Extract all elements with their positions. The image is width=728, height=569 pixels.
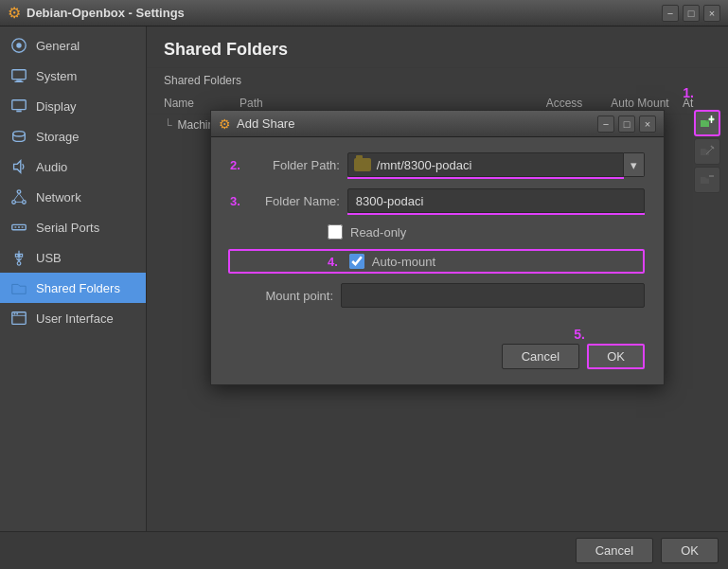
sidebar-item-serial-ports[interactable]: Serial Ports	[0, 212, 146, 242]
svg-point-19	[17, 262, 21, 266]
usb-icon	[9, 248, 28, 267]
bottom-bar: Cancel OK	[0, 531, 728, 569]
dialog-title-left: ⚙ Add Share	[219, 116, 294, 132]
svg-point-7	[13, 132, 26, 136]
readonly-row: Read-only	[230, 224, 645, 240]
folder-path-dropdown-button[interactable]: ▾	[624, 152, 645, 177]
dialog-overlay: ⚙ Add Share − □ × 2. Folder Path:	[147, 53, 728, 493]
folder-path-display[interactable]: /mnt/8300-podaci	[347, 152, 624, 177]
folder-name-row: 3. Folder Name:	[230, 188, 645, 213]
mount-point-label: Mount point:	[243, 289, 333, 303]
sidebar-item-shared-folders-label: Shared Folders	[36, 281, 120, 295]
step1-annotation: 1.	[683, 85, 694, 100]
ok-button-wrapper: 5. OK	[587, 344, 645, 369]
sidebar-item-usb-label: USB	[36, 251, 62, 265]
sidebar-item-user-interface[interactable]: User Interface	[0, 303, 146, 333]
folder-path-wrapper: /mnt/8300-podaci ▾	[347, 152, 645, 177]
title-bar-buttons: − □ ×	[662, 5, 720, 22]
folder-path-row: 2. Folder Path: /mnt/8300-podaci ▾	[230, 152, 645, 177]
sidebar-item-general[interactable]: General	[0, 30, 146, 61]
svg-rect-2	[12, 70, 26, 80]
folder-name-input[interactable]	[347, 188, 645, 213]
sidebar-item-display-label: Display	[36, 99, 77, 114]
title-bar: ⚙ Debian-Openbox - Settings − □ ×	[0, 0, 728, 27]
svg-point-9	[17, 190, 21, 194]
svg-point-1	[16, 43, 21, 47]
sidebar-item-system[interactable]: System	[0, 61, 146, 91]
dialog-minimize-button[interactable]: −	[597, 116, 614, 133]
svg-marker-8	[14, 161, 21, 173]
folder-name-label: Folder Name:	[250, 194, 340, 208]
sidebar-item-serial-ports-label: Serial Ports	[36, 221, 99, 235]
automount-checkbox[interactable]	[349, 254, 364, 269]
close-button[interactable]: ×	[703, 5, 720, 22]
network-icon	[9, 187, 28, 206]
svg-point-10	[12, 201, 16, 204]
step4-annotation: 4.	[328, 255, 338, 269]
automount-row: 4. Auto-mount	[228, 249, 645, 274]
sidebar-item-audio-label: Audio	[36, 160, 67, 174]
sidebar: General System Display Storage Audio	[0, 27, 147, 531]
shared-folders-icon	[9, 278, 28, 297]
dialog-buttons: Cancel 5. OK	[211, 334, 664, 384]
restore-button[interactable]: □	[683, 5, 700, 22]
svg-point-23	[16, 313, 18, 315]
sidebar-item-general-label: General	[36, 39, 80, 53]
dialog-ok-button[interactable]: OK	[587, 344, 645, 369]
sidebar-item-network-label: Network	[36, 190, 81, 204]
dialog-title-buttons: − □ ×	[597, 116, 656, 133]
svg-point-11	[23, 201, 27, 204]
dialog-close-button[interactable]: ×	[639, 116, 656, 133]
sidebar-item-storage-label: Storage	[36, 130, 80, 144]
folder-path-icon	[354, 158, 371, 171]
serial-ports-icon	[9, 218, 28, 237]
cancel-button[interactable]: Cancel	[576, 538, 653, 563]
dialog-cancel-button[interactable]: Cancel	[502, 344, 579, 369]
sidebar-item-audio[interactable]: Audio	[0, 151, 146, 182]
readonly-checkbox[interactable]	[328, 224, 343, 240]
title-bar-left: ⚙ Debian-Openbox - Settings	[8, 4, 185, 22]
sidebar-item-shared-folders[interactable]: Shared Folders	[0, 273, 146, 303]
automount-label[interactable]: Auto-mount	[372, 255, 435, 269]
user-interface-icon	[9, 309, 28, 328]
general-icon	[9, 36, 28, 55]
display-icon	[9, 97, 28, 116]
mount-point-input[interactable]	[341, 283, 645, 308]
folder-path-label: Folder Path:	[250, 158, 340, 172]
sidebar-item-network[interactable]: Network	[0, 182, 146, 212]
folder-name-underline	[347, 213, 645, 215]
step2-annotation: 2.	[230, 158, 240, 172]
storage-icon	[9, 127, 28, 146]
dialog-content: 2. Folder Path: /mnt/8300-podaci ▾	[211, 137, 664, 334]
svg-rect-6	[16, 111, 21, 113]
svg-line-13	[19, 193, 24, 200]
step3-annotation: 3.	[230, 194, 240, 208]
dialog-app-icon: ⚙	[219, 116, 231, 132]
dialog-title: Add Share	[237, 116, 294, 131]
svg-rect-5	[12, 100, 26, 110]
sidebar-item-display[interactable]: Display	[0, 91, 146, 121]
audio-icon	[9, 157, 28, 176]
app-icon: ⚙	[8, 4, 21, 22]
readonly-label[interactable]: Read-only	[350, 225, 406, 240]
add-share-dialog: ⚙ Add Share − □ × 2. Folder Path:	[210, 110, 665, 385]
sidebar-item-usb[interactable]: USB	[0, 242, 146, 273]
step5-annotation: 5.	[574, 327, 585, 342]
folder-path-value: /mnt/8300-podaci	[377, 158, 471, 172]
window-title: Debian-Openbox - Settings	[27, 6, 185, 20]
folder-name-wrapper	[347, 188, 645, 213]
mount-point-row: Mount point:	[243, 283, 645, 308]
svg-point-22	[14, 313, 16, 315]
system-icon	[9, 66, 28, 85]
sidebar-item-storage[interactable]: Storage	[0, 121, 146, 151]
sidebar-item-user-interface-label: User Interface	[36, 311, 114, 326]
sidebar-item-system-label: System	[36, 69, 77, 83]
content-area: Shared Folders Shared Folders Name Path …	[147, 27, 728, 531]
dialog-titlebar: ⚙ Add Share − □ ×	[211, 111, 664, 137]
svg-line-12	[14, 193, 19, 200]
minimize-button[interactable]: −	[662, 5, 679, 22]
folder-path-underline	[347, 177, 624, 179]
dialog-restore-button[interactable]: □	[618, 116, 635, 133]
ok-button[interactable]: OK	[661, 538, 719, 563]
